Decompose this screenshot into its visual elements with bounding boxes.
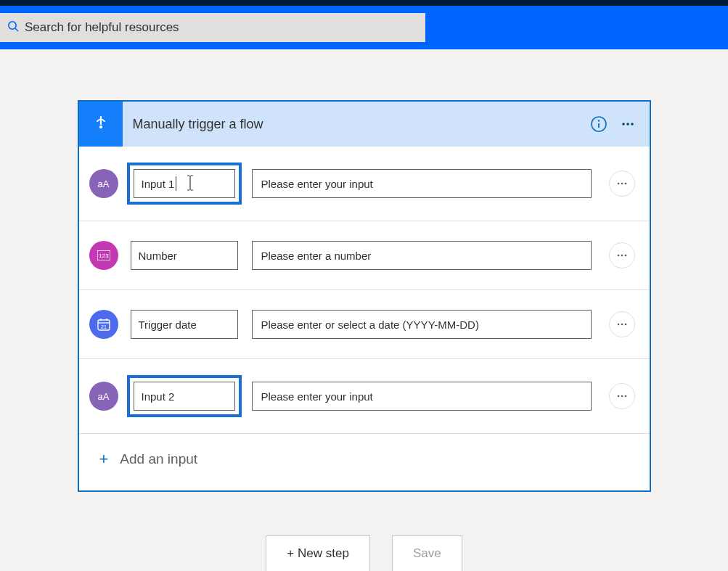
input-placeholder-field[interactable]: Please enter a number xyxy=(252,241,592,270)
row-menu-button[interactable] xyxy=(609,311,635,337)
input-name-wrap: Input 1 xyxy=(127,163,242,205)
input-name-field[interactable]: Input 1 xyxy=(134,169,235,198)
add-input-label: Add an input xyxy=(120,451,197,467)
add-input-button[interactable]: + Add an input xyxy=(79,434,650,490)
flow-canvas: Manually trigger a flow aA Input 1 Pleas… xyxy=(0,49,728,571)
save-button[interactable]: Save xyxy=(392,535,462,571)
svg-point-27 xyxy=(624,395,626,398)
input-name-wrap: Input 2 xyxy=(127,375,242,417)
svg-point-7 xyxy=(626,123,629,126)
svg-point-16 xyxy=(624,255,626,257)
svg-text:21: 21 xyxy=(101,324,107,329)
new-step-button[interactable]: + New step xyxy=(266,535,370,571)
svg-point-22 xyxy=(617,324,619,326)
svg-point-8 xyxy=(631,123,634,126)
input-name-wrap: Trigger date xyxy=(127,306,242,342)
svg-line-1 xyxy=(15,28,18,31)
card-menu-button[interactable] xyxy=(616,112,639,136)
input-name-value: Input 1 xyxy=(142,178,175,190)
input-row: aA Input 1 Please enter your input xyxy=(79,147,650,221)
input-name-wrap: Number xyxy=(127,237,242,274)
text-type-icon: aA xyxy=(89,169,118,198)
input-placeholder-field[interactable]: Please enter or select a date (YYYY-MM-D… xyxy=(252,310,592,339)
svg-point-11 xyxy=(624,183,626,185)
text-caret-icon xyxy=(176,176,176,191)
top-bar xyxy=(0,0,728,49)
input-placeholder-field[interactable]: Please enter your input xyxy=(252,382,592,411)
number-type-icon: 123 xyxy=(89,241,118,270)
search-box[interactable] xyxy=(0,13,425,42)
svg-point-25 xyxy=(617,395,619,398)
svg-point-23 xyxy=(621,324,623,326)
input-name-field[interactable]: Number xyxy=(131,241,238,270)
input-row: 123 Number Please enter a number xyxy=(79,221,650,290)
svg-point-5 xyxy=(597,120,599,121)
svg-point-26 xyxy=(621,395,623,398)
row-menu-button[interactable] xyxy=(609,171,635,197)
input-placeholder-field[interactable]: Please enter your input xyxy=(252,169,592,198)
svg-point-15 xyxy=(621,255,623,257)
svg-point-10 xyxy=(621,183,623,185)
svg-point-0 xyxy=(9,22,16,29)
text-cursor-icon xyxy=(187,175,194,193)
plus-icon: + xyxy=(99,450,109,469)
card-header[interactable]: Manually trigger a flow xyxy=(79,102,650,147)
input-row: aA Input 2 Please enter your input xyxy=(79,359,650,434)
search-input[interactable] xyxy=(25,20,418,35)
svg-point-9 xyxy=(617,183,619,185)
text-type-icon: aA xyxy=(89,382,118,411)
input-row: 21 Trigger date Please enter or select a… xyxy=(79,290,650,359)
svg-point-24 xyxy=(624,324,626,326)
svg-point-14 xyxy=(617,255,619,257)
date-type-icon: 21 xyxy=(89,310,118,339)
svg-point-2 xyxy=(99,126,102,128)
row-menu-button[interactable] xyxy=(609,383,635,409)
svg-text:123: 123 xyxy=(99,252,109,259)
card-title: Manually trigger a flow xyxy=(133,117,587,132)
svg-point-6 xyxy=(622,123,625,126)
trigger-icon xyxy=(79,102,123,147)
footer-buttons: + New step Save xyxy=(266,535,462,571)
input-name-field[interactable]: Trigger date xyxy=(131,310,238,339)
trigger-card: Manually trigger a flow aA Input 1 Pleas… xyxy=(78,100,651,492)
input-name-field[interactable]: Input 2 xyxy=(134,382,235,411)
search-icon xyxy=(7,20,19,35)
row-menu-button[interactable] xyxy=(609,242,635,268)
info-icon[interactable] xyxy=(587,112,610,136)
